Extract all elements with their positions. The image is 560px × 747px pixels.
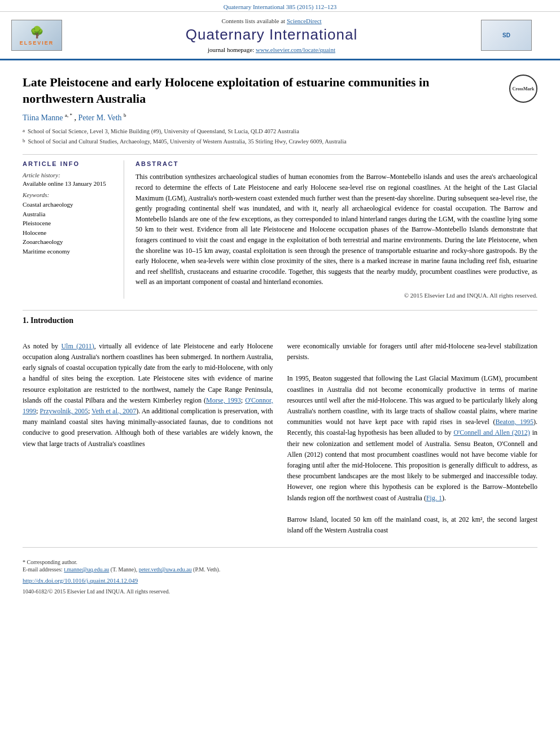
homepage-line: journal homepage: www.elsevier.com/locat… [62,46,481,53]
veth-2007-link[interactable]: Veth et al., 2007 [91,407,136,415]
crossmark-badge: CrossMark [509,75,537,103]
journal-center: Contents lists available at ScienceDirec… [62,18,481,53]
keyword-3: Pleistocene [23,219,115,228]
fig1-link[interactable]: Fig. 1 [426,494,442,502]
author-1[interactable]: Tiina Manne [23,113,63,122]
email-2-name: (P.M. Veth). [193,566,220,573]
section-1-title: 1. Introduction [23,316,537,325]
introduction-section: 1. Introduction As noted by Ulm (2011), … [23,316,537,536]
sciencedirect-link[interactable]: ScienceDirect [287,18,322,24]
intro-col-left: As noted by Ulm (2011), virtually all ev… [23,341,273,536]
keywords-list: Coastal archaeology Australia Pleistocen… [23,200,115,256]
elsevier-logo-box: 🌳 ELSEVIER [11,20,62,51]
sciencedirect-logo-section: SD [481,20,549,51]
author-2[interactable]: Peter M. Veth [78,113,121,122]
keyword-4: Holocene [23,228,115,238]
email-2-link[interactable]: peter.veth@uwa.edu.au [139,566,192,573]
ulm-2011-link[interactable]: Ulm (2011) [61,342,94,350]
available-online: Available online 13 January 2015 [23,180,115,187]
authors-line: Tiina Manne a, * , Peter M. Veth b [23,112,537,123]
abstract-col: ABSTRACT This contribution synthesizes a… [135,160,537,299]
intro-col-left-text: As noted by Ulm (2011), virtually all ev… [23,341,273,449]
abstract-heading: ABSTRACT [135,160,537,167]
abstract-copyright: © 2015 Elsevier Ltd and INQUA. All right… [135,292,537,299]
keyword-1: Coastal archaeology [23,200,115,209]
journal-citation: Quaternary International 385 (2015) 112–… [224,3,337,10]
doi-line: http://dx.doi.org/10.1016/j.quaint.2014.… [23,576,537,586]
crossmark-label: CrossMark [513,86,535,91]
affiliation-1: a School of Social Science, Level 3, Mic… [23,127,537,136]
history-label: Article history: [23,172,115,178]
article-title-section: Late Pleistocene and early Holocene expl… [23,69,537,107]
citation-bar: Quaternary International 385 (2015) 112–… [0,0,560,12]
divider-1 [23,154,537,155]
footer-copyright: 1040-6182/© 2015 Elsevier Ltd and INQUA.… [23,588,537,595]
affiliation-1-text: School of Social Science, Level 3, Michi… [28,127,299,136]
info-abstract-section: ARTICLE INFO Article history: Available … [23,160,537,299]
doi-link[interactable]: http://dx.doi.org/10.1016/j.quaint.2014.… [23,577,138,584]
article-info-heading: ARTICLE INFO [23,160,115,167]
affiliations: a School of Social Science, Level 3, Mic… [23,127,537,146]
przywolnik-2005-link[interactable]: Przywolnik, 2005 [40,407,89,415]
affiliation-2-text: School of Social and Cultural Studies, A… [28,137,347,146]
intro-col-right-text: were economically unviable for foragers … [287,341,538,536]
article-info-col: ARTICLE INFO Article history: Available … [23,160,124,299]
keyword-6: Maritime economy [23,247,115,256]
intro-two-col: As noted by Ulm (2011), virtually all ev… [23,330,537,536]
author-2-sup: b [124,112,126,118]
oconnell-allen-2012-link[interactable]: O'Connell and Allen (2012) [453,429,530,436]
email-footnote: E-mail addresses: t.manne@uq.edu.au (T. … [23,565,537,574]
email-1-link[interactable]: t.manne@uq.edu.au [64,566,109,573]
corresponding-author-note: * Corresponding author. [23,559,537,565]
author-1-sup: a, * [65,112,72,118]
keyword-2: Australia [23,209,115,219]
sciencedirect-logo-box: SD [481,20,532,51]
article-title: Late Pleistocene and early Holocene expl… [23,75,509,107]
affiliation-2: b School of Social and Cultural Studies,… [23,137,537,146]
divider-2 [23,310,537,311]
article-content: Late Pleistocene and early Holocene expl… [0,60,560,603]
homepage-url[interactable]: www.elsevier.com/locate/quaint [256,46,335,53]
email-1-name: (T. Manne), [111,566,137,573]
journal-header: 🌳 ELSEVIER Contents lists available at S… [0,12,560,60]
journal-title: Quaternary International [62,26,481,43]
keyword-5: Zooarchaeology [23,237,115,247]
footer-section: * Corresponding author. E-mail addresses… [23,547,537,595]
beaton-1995-link[interactable]: Beaton, 1995 [495,418,533,426]
contents-line: Contents lists available at ScienceDirec… [62,18,481,24]
elsevier-tree-icon: 🌳 [30,25,44,39]
abstract-text: This contribution synthesizes archaeolog… [135,172,537,287]
intro-col-right: were economically unviable for foragers … [287,341,538,536]
elsevier-wordmark: ELSEVIER [20,40,54,46]
morse-1993-link[interactable]: Morse, 1993 [206,396,241,404]
keywords-label: Keywords: [23,191,115,198]
elsevier-logo-section: 🌳 ELSEVIER [11,20,62,51]
